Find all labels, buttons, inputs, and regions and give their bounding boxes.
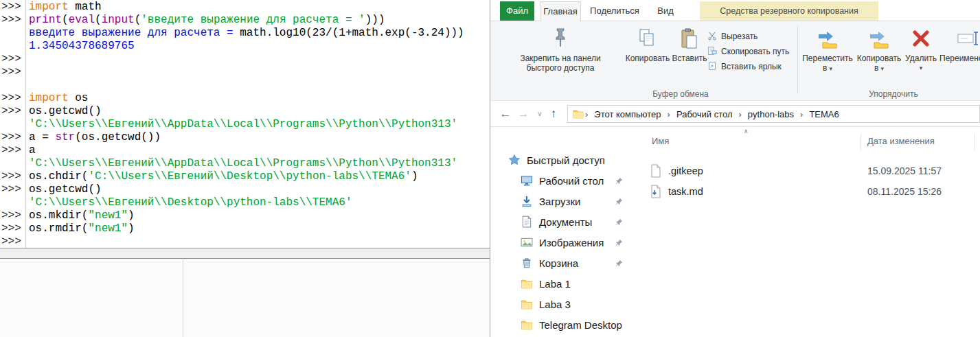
copy-to-icon	[856, 23, 902, 54]
shell-line: >>>a	[0, 144, 490, 157]
pictures-icon	[521, 236, 533, 248]
tab-file[interactable]: Файл	[500, 1, 534, 21]
up-button[interactable]: ↑	[545, 105, 562, 123]
delete-button[interactable]: Удалить ▾	[904, 23, 938, 73]
copy-path-icon	[707, 46, 717, 58]
tab-view[interactable]: Вид	[650, 1, 681, 21]
file-icon	[650, 164, 662, 178]
shell-output: >>>import math>>>print(eval(input('введи…	[0, 1, 490, 248]
paste-shortcut-label: Вставить ярлык	[721, 62, 782, 71]
paste-label: Вставить	[672, 54, 707, 63]
address-bar: ← → ∨ ↑ ›Этот компьютер›Рабочий стол›pyt…	[490, 101, 980, 127]
pin-label-line2: быстрого доступа	[499, 63, 622, 73]
back-button[interactable]: ←	[497, 105, 514, 123]
background-window-divider	[183, 259, 183, 337]
delete-icon	[904, 23, 938, 54]
sidebar-item-загрузки[interactable]: Загрузки	[490, 191, 639, 211]
shell-code-text: import math	[25, 1, 102, 14]
rename-label: Переименовать	[939, 54, 980, 63]
shell-gutter-divider	[25, 0, 26, 248]
dropdown-arrow-icon: ▾	[904, 63, 938, 73]
pin-icon	[499, 23, 622, 54]
sidebar-item-корзина[interactable]: Корзина	[490, 253, 639, 273]
copy-button[interactable]: Копировать	[625, 23, 670, 63]
shell-prompt: >>>	[0, 209, 25, 222]
copy-path-button[interactable]: Скопировать путь	[707, 45, 794, 58]
shell-prompt: >>>	[0, 144, 25, 157]
shell-prompt	[0, 79, 25, 92]
ribbon-group-divider	[797, 25, 798, 94]
delete-label: Удалить	[904, 54, 938, 63]
shell-code-text: os.getcwd()	[25, 105, 102, 118]
sidebar-item-telegram-desktop[interactable]: Telegram Desktop	[490, 314, 639, 335]
file-name: task.md	[668, 186, 703, 197]
python-shell[interactable]: >>>import math>>>print(eval(input('введи…	[0, 0, 490, 248]
shell-prompt	[0, 27, 25, 40]
pin-to-quick-access-button[interactable]: Закрепить на панели быстрого доступа	[499, 23, 622, 73]
breadcrumb-item[interactable]: Рабочий стол	[670, 109, 739, 119]
documents-icon	[521, 216, 533, 228]
column-divider[interactable]	[975, 134, 975, 150]
address-box[interactable]: ›Этот компьютер›Рабочий стол›python-labs…	[567, 105, 980, 123]
column-divider[interactable]	[861, 134, 861, 150]
shell-prompt: >>>	[0, 92, 25, 105]
tab-backup-tools[interactable]: Средства резервного копирования	[700, 1, 878, 21]
shell-prompt	[0, 157, 25, 170]
explorer-window: Файл Главная Поделиться Вид Средства рез…	[490, 0, 980, 337]
sidebar-item-быстрый-доступ[interactable]: Быстрый доступ	[490, 150, 639, 170]
column-header-name[interactable]: Имя	[652, 136, 669, 146]
shortcut-icon	[707, 61, 717, 73]
shell-line: 1.34504378689765	[0, 40, 490, 53]
pin-icon	[615, 217, 624, 229]
file-row[interactable]: task.md08.11.2025 15:26	[639, 181, 980, 202]
shell-prompt: >>>	[0, 53, 25, 66]
sidebar-item-документы[interactable]: Документы	[490, 211, 639, 232]
breadcrumb-item[interactable]: python-labs	[742, 109, 800, 119]
move-to-label-line1: Переместить	[801, 54, 854, 63]
pin-icon	[615, 176, 624, 187]
tab-home[interactable]: Главная	[540, 1, 581, 21]
shell-code-text: 'C:\\Users\\Евгений\\AppData\\Local\\Pro…	[25, 118, 457, 131]
rename-button[interactable]: Переименовать	[939, 23, 980, 63]
sidebar-item-laba-3[interactable]: Laba 3	[490, 294, 639, 314]
shell-line: >>>import math	[0, 1, 490, 14]
navigation-pane: Быстрый доступРабочий столЗагрузкиДокуме…	[490, 127, 639, 337]
recycle-icon	[521, 257, 533, 269]
shell-line: введите выражение для расчета = math.log…	[0, 27, 490, 40]
copy-to-button[interactable]: Копировать в ▾	[856, 23, 902, 73]
shell-prompt: >>>	[0, 183, 25, 196]
paste-button[interactable]: Вставить	[672, 23, 707, 63]
cut-button[interactable]: Вырезать	[707, 30, 794, 43]
shell-prompt	[0, 40, 25, 53]
pin-icon	[615, 237, 624, 249]
sidebar-item-laba-1[interactable]: Laba 1	[490, 273, 639, 294]
tab-share[interactable]: Поделиться	[588, 1, 641, 21]
breadcrumb-item[interactable]: TEMA6	[803, 109, 845, 119]
breadcrumb-item[interactable]: Этот компьютер	[588, 109, 667, 119]
file-row[interactable]: .gitkeep15.09.2025 11:57	[639, 161, 980, 181]
file-date-modified: 08.11.2025 15:26	[867, 186, 942, 197]
shell-prompt: >>>	[0, 14, 25, 27]
shell-prompt: >>>	[0, 222, 25, 235]
shell-prompt: >>>	[0, 1, 25, 14]
dropdown-arrow-icon: ▾	[830, 65, 833, 72]
downloads-icon	[521, 195, 533, 207]
shell-line: >>>os.rmdir("new1")	[0, 222, 490, 235]
shell-code-text: a	[25, 144, 36, 157]
sidebar-item-label: Telegram Desktop	[539, 319, 622, 331]
group-label-organize: Упорядочить	[825, 89, 962, 99]
shell-horizontal-scrollbar[interactable]	[0, 248, 490, 259]
sidebar-item-рабочий-стол[interactable]: Рабочий стол	[490, 170, 639, 191]
sidebar-item-label: Быстрый доступ	[527, 154, 605, 166]
column-header-date-modified[interactable]: Дата изменения	[867, 136, 935, 146]
copy-to-label-line2: в ▾	[856, 63, 902, 73]
sidebar-item-изображения[interactable]: Изображения	[490, 232, 639, 253]
move-to-button[interactable]: Переместить в ▾	[801, 23, 854, 73]
arrow-right-icon: →	[518, 107, 529, 120]
shell-line: >>>os.chdir('C:\\Users\\Евгений\\Desktop…	[0, 170, 490, 183]
rename-icon	[939, 23, 980, 54]
paste-shortcut-button[interactable]: Вставить ярлык	[707, 60, 794, 73]
forward-button[interactable]: →	[515, 105, 532, 123]
shell-code-text: os.mkdir("new1")	[25, 209, 135, 222]
pin-label-line1: Закрепить на панели	[499, 54, 622, 63]
